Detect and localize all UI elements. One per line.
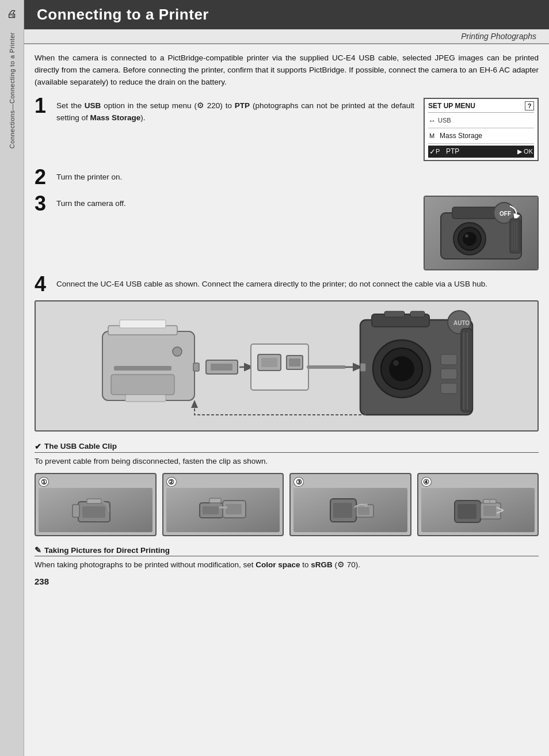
page-title: Connecting to a Printer	[37, 6, 536, 24]
subheader: Printing Photographs	[24, 29, 549, 44]
svg-text:AUTO: AUTO	[453, 320, 470, 326]
svg-rect-42	[441, 383, 457, 394]
taking-pictures-title: Taking Pictures for Direct Printing	[35, 545, 539, 556]
clip-step-number-1: ①	[39, 477, 49, 487]
svg-rect-55	[333, 503, 352, 518]
step-4-row: 4 Connect the UC-E4 USB cable as shown. …	[35, 276, 539, 295]
setup-menu-illustration: SET UP MENU ? ↔ USB M Mass Storage ✓ P P…	[424, 98, 539, 161]
menu-usb-row: ↔ USB	[428, 115, 534, 126]
left-connector	[206, 360, 250, 374]
svg-rect-57	[358, 507, 369, 515]
svg-rect-39	[360, 363, 366, 372]
page-number: 238	[35, 576, 539, 586]
svg-point-35	[393, 360, 399, 366]
clip-step-number-3: ③	[293, 477, 304, 487]
step-3-left: 3 Turn the camera off.	[35, 196, 414, 222]
svg-rect-43	[384, 311, 405, 317]
svg-rect-50	[203, 506, 219, 514]
menu-arrow-icon: ↔	[428, 116, 436, 125]
sidebar-label: Connections—Connecting to a Printer	[9, 32, 16, 148]
clip-svg-2	[197, 490, 249, 530]
subtitle-text: Printing Photographs	[461, 32, 536, 41]
taking-pictures-section: Taking Pictures for Direct Printing When…	[35, 545, 539, 571]
page-header: Connecting to a Printer	[24, 0, 549, 29]
step-3-number: 3	[35, 193, 56, 214]
step-2-number: 2	[35, 167, 56, 188]
clip-steps-row: ① ②	[35, 473, 539, 536]
clip-step-1: ①	[35, 473, 157, 536]
svg-rect-14	[120, 320, 166, 328]
menu-row-mass-storage: M Mass Storage	[428, 130, 534, 142]
usb-cable-clip-section: The USB Cable Clip To prevent cable from…	[35, 442, 539, 536]
step-2-text: Turn the printer on.	[56, 169, 539, 184]
step-3: 3 Turn the camera off.	[35, 196, 414, 214]
svg-rect-41	[441, 369, 457, 379]
camera-off-drawing: OFF	[425, 197, 537, 269]
clip-step-2: ②	[162, 473, 284, 536]
svg-rect-17	[111, 375, 174, 395]
sidebar-printer-icon: 🖨	[4, 6, 20, 22]
svg-rect-40	[441, 354, 457, 365]
pencil-icon	[35, 545, 41, 555]
camera-group: AUTO	[360, 311, 472, 415]
svg-rect-19	[193, 363, 199, 371]
clip-illustration-4	[421, 488, 535, 532]
clip-description: To prevent cable from being disconnected…	[35, 456, 539, 467]
step-1-content: 1 Set the USB option in the setup menu (…	[35, 98, 414, 132]
step-3-row: 3 Turn the camera off.	[35, 196, 539, 270]
clip-svg-1	[70, 490, 121, 530]
printer-group	[102, 320, 199, 402]
step-1-text: Set the USB option in the setup menu (⚙ …	[56, 98, 414, 124]
connection-diagram: AUTO	[35, 300, 539, 432]
menu-usb-label: USB	[438, 117, 451, 124]
step-3-text: Turn the camera off.	[56, 196, 414, 210]
step-1-inner: 1 Set the USB option in the setup menu (…	[35, 98, 414, 124]
svg-rect-47	[87, 499, 101, 503]
svg-rect-52	[226, 504, 242, 514]
clip-illustration-1	[39, 488, 152, 532]
menu-row-label-mass: Mass Storage	[440, 132, 533, 140]
svg-rect-18	[125, 395, 166, 402]
svg-point-5	[465, 234, 468, 238]
clip-illustration-3	[293, 488, 407, 532]
clip-step-4: ④	[417, 473, 539, 536]
step-3-image: OFF	[424, 196, 539, 270]
step-2: 2 Turn the printer on.	[35, 169, 539, 188]
clip-illustration-2	[166, 488, 280, 532]
clip-step-number-2: ②	[166, 477, 177, 487]
clip-svg-3	[325, 490, 376, 530]
camera-off-illustration: OFF	[424, 196, 539, 270]
menu-title-row: SET UP MENU ?	[428, 101, 534, 113]
svg-rect-60	[458, 504, 476, 519]
svg-rect-46	[82, 506, 105, 518]
svg-rect-8	[510, 219, 520, 253]
camera-off-svg: OFF	[435, 201, 527, 265]
clip-svg-4	[452, 490, 504, 530]
menu-row-letter-p: P	[436, 148, 446, 155]
menu-title: SET UP MENU	[428, 102, 475, 110]
svg-point-4	[463, 232, 476, 246]
menu-row-label-ptp: PTP	[446, 147, 517, 155]
svg-rect-15	[114, 366, 171, 371]
menu-row-ptp: ✓ P PTP ▶ OK	[428, 146, 534, 158]
intro-paragraph: When the camera is connected to a PictBr…	[35, 52, 539, 89]
clip-step-3: ③	[289, 473, 411, 536]
svg-rect-24	[261, 358, 277, 367]
menu-help-icon: ?	[525, 101, 534, 110]
connection-diagram-svg: AUTO	[91, 308, 482, 423]
usb-cable-clip-title: The USB Cable Clip	[35, 442, 539, 453]
step-4-number: 4	[35, 274, 56, 295]
svg-rect-21	[211, 364, 232, 371]
svg-rect-44	[410, 311, 425, 317]
clip-check-icon	[35, 442, 41, 451]
svg-point-58	[364, 503, 368, 507]
svg-point-16	[173, 347, 182, 356]
step-4-text: Connect the UC-E4 USB cable as shown. Co…	[56, 276, 539, 291]
menu-row-ok: ▶ OK	[517, 148, 533, 155]
clip-step-number-4: ④	[421, 477, 432, 487]
step-1-image: SET UP MENU ? ↔ USB M Mass Storage ✓ P P…	[424, 98, 539, 161]
step-1-number: 1	[35, 96, 56, 116]
svg-point-34	[389, 356, 414, 381]
menu-row-check: ✓	[429, 147, 436, 156]
svg-rect-48	[73, 505, 79, 517]
